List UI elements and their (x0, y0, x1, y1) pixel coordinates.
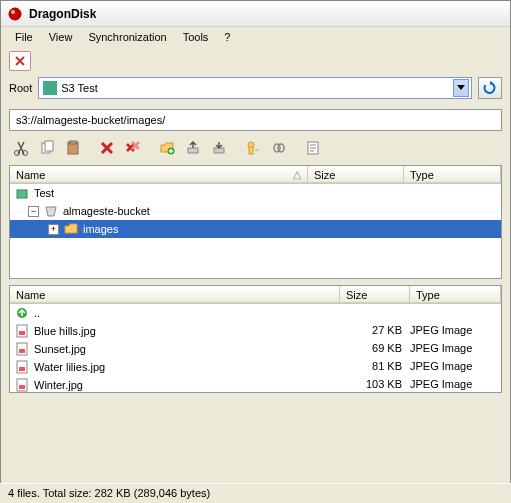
root-row: Root S3 Test (1, 75, 510, 105)
new-folder-button[interactable] (155, 137, 179, 159)
svg-point-0 (9, 8, 21, 20)
svg-rect-23 (19, 367, 25, 371)
svg-rect-9 (188, 148, 198, 153)
file-row[interactable]: Sunset.jpg69 KBJPEG Image (10, 340, 501, 358)
svg-rect-7 (70, 141, 76, 144)
tree-header: Name△ Size Type (10, 166, 501, 184)
permissions-button[interactable] (241, 137, 265, 159)
image-file-icon (14, 378, 30, 392)
tree-root-label: Test (34, 187, 54, 199)
file-type: JPEG Image (410, 378, 497, 392)
properties-button[interactable] (301, 137, 325, 159)
svg-rect-16 (17, 190, 27, 198)
menu-synchronization[interactable]: Synchronization (80, 29, 174, 45)
image-file-icon (14, 360, 30, 374)
file-name: Winter.jpg (34, 379, 83, 391)
close-tab-button[interactable] (9, 51, 31, 71)
svg-point-14 (278, 144, 284, 152)
bucket-icon (43, 204, 59, 218)
menu-view[interactable]: View (41, 29, 81, 45)
svg-rect-25 (19, 385, 25, 389)
file-size: 81 KB (340, 360, 410, 374)
tree-root-row[interactable]: Test (10, 184, 501, 202)
menu-file[interactable]: File (7, 29, 41, 45)
tree-bucket-row[interactable]: − almageste-bucket (10, 202, 501, 220)
file-name: Sunset.jpg (34, 343, 86, 355)
address-input[interactable]: s3://almageste-bucket/images/ (9, 109, 502, 131)
file-row[interactable]: Winter.jpg103 KBJPEG Image (10, 376, 501, 393)
svg-rect-12 (249, 147, 253, 154)
root-combo[interactable]: S3 Test (38, 77, 472, 99)
root-label: Root (9, 82, 32, 94)
file-size: 103 KB (340, 378, 410, 392)
download-button[interactable] (207, 137, 231, 159)
file-row[interactable]: Blue hills.jpg27 KBJPEG Image (10, 322, 501, 340)
root-value: S3 Test (61, 82, 98, 94)
file-header: Name Size Type (10, 286, 501, 304)
address-text: s3://almageste-bucket/images/ (16, 114, 165, 126)
up-icon (14, 306, 30, 320)
file-col-name[interactable]: Name (10, 286, 340, 303)
svg-rect-19 (19, 331, 25, 335)
titlebar: DragonDisk (1, 1, 510, 27)
svg-point-1 (11, 10, 15, 14)
image-file-icon (14, 342, 30, 356)
menu-help[interactable]: ? (216, 29, 238, 45)
action-toolbar (1, 135, 510, 165)
delete-all-button[interactable] (121, 137, 145, 159)
file-up-row[interactable]: .. (10, 304, 501, 322)
tab-toolbar (1, 47, 510, 75)
tree-bucket-label: almageste-bucket (63, 205, 150, 217)
s3-icon (14, 186, 30, 200)
tree-col-type[interactable]: Type (404, 166, 501, 183)
link-button[interactable] (267, 137, 291, 159)
tree-panel[interactable]: Name△ Size Type Test − almageste-bucket … (9, 165, 502, 279)
status-text: 4 files. Total size: 282 KB (289,046 byt… (8, 487, 210, 499)
menubar: File View Synchronization Tools ? (1, 27, 510, 47)
sort-asc-icon: △ (293, 168, 301, 181)
file-name: Water lilies.jpg (34, 361, 105, 373)
tree-folder-label: images (83, 223, 118, 235)
file-size: 27 KB (340, 324, 410, 338)
statusbar: 4 files. Total size: 282 KB (289,046 byt… (0, 483, 511, 503)
file-panel[interactable]: Name Size Type .. Blue hills.jpg27 KBJPE… (9, 285, 502, 393)
chevron-down-icon[interactable] (453, 79, 469, 97)
delete-button[interactable] (95, 137, 119, 159)
folder-icon (63, 222, 79, 236)
copy-button[interactable] (35, 137, 59, 159)
file-col-size[interactable]: Size (340, 286, 410, 303)
upload-button[interactable] (181, 137, 205, 159)
file-name: Blue hills.jpg (34, 325, 96, 337)
collapse-icon[interactable]: − (28, 206, 39, 217)
menu-tools[interactable]: Tools (175, 29, 217, 45)
file-type: JPEG Image (410, 324, 497, 338)
app-icon (7, 6, 23, 22)
expand-icon[interactable]: + (48, 224, 59, 235)
refresh-button[interactable] (478, 77, 502, 99)
file-size: 69 KB (340, 342, 410, 356)
file-up-label: .. (34, 307, 40, 319)
cut-button[interactable] (9, 137, 33, 159)
image-file-icon (14, 324, 30, 338)
file-col-type[interactable]: Type (410, 286, 501, 303)
address-row: s3://almageste-bucket/images/ (1, 105, 510, 135)
svg-rect-21 (19, 349, 25, 353)
file-type: JPEG Image (410, 360, 497, 374)
svg-rect-5 (45, 141, 53, 151)
tree-col-name[interactable]: Name△ (10, 166, 308, 183)
window-title: DragonDisk (29, 7, 96, 21)
tree-col-size[interactable]: Size (308, 166, 404, 183)
file-type: JPEG Image (410, 342, 497, 356)
s3-icon (43, 81, 57, 95)
file-row[interactable]: Water lilies.jpg81 KBJPEG Image (10, 358, 501, 376)
tree-folder-row[interactable]: + images (10, 220, 501, 238)
paste-button[interactable] (61, 137, 85, 159)
